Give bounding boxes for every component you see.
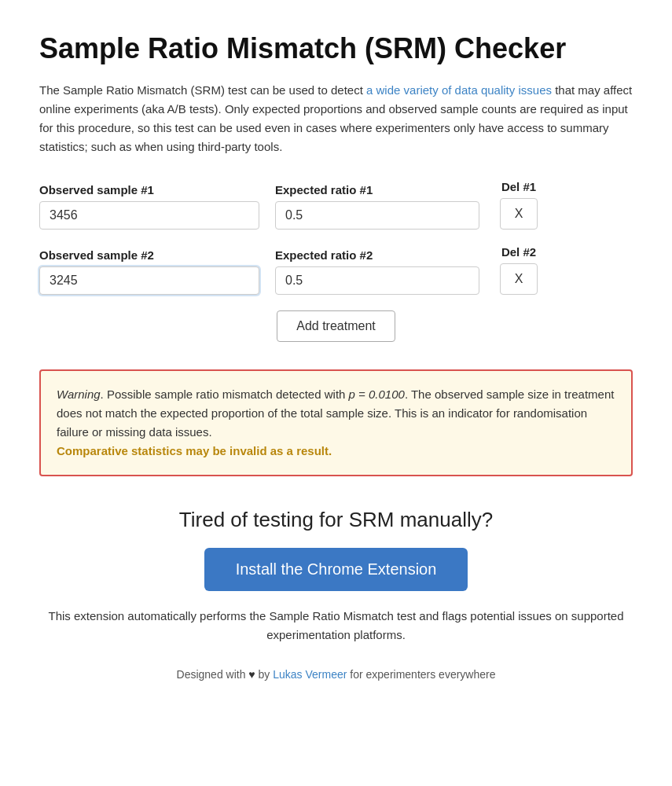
observed-sample-1-label: Observed sample #1 <box>39 183 259 196</box>
promo-description: This extension automatically performs th… <box>39 607 633 645</box>
page-title: Sample Ratio Mismatch (SRM) Checker <box>39 31 633 65</box>
del-1-group: Del #1 X <box>495 180 542 230</box>
warning-body-1: . Possible sample ratio mismatch detecte… <box>101 387 349 401</box>
footer-text: Designed with <box>177 668 246 681</box>
form-row-1: Observed sample #1 Expected ratio #1 Del… <box>39 180 633 230</box>
observed-sample-1-group: Observed sample #1 <box>39 183 259 230</box>
del-2-label: Del #2 <box>501 245 536 259</box>
chrome-extension-button[interactable]: Install the Chrome Extension <box>204 548 468 591</box>
observed-sample-2-input[interactable] <box>39 266 259 295</box>
footer-suffix: for experimenters everywhere <box>350 668 495 681</box>
expected-ratio-1-input[interactable] <box>275 201 479 230</box>
footer-by: by <box>259 668 270 681</box>
observed-sample-1-input[interactable] <box>39 201 259 230</box>
del-2-button[interactable]: X <box>500 263 538 295</box>
del-1-button[interactable]: X <box>500 198 538 230</box>
del-2-group: Del #2 X <box>495 245 542 295</box>
footer: Designed with ♥ by Lukas Vermeer for exp… <box>39 668 633 681</box>
author-link[interactable]: Lukas Vermeer <box>273 668 347 681</box>
expected-ratio-2-group: Expected ratio #2 <box>275 248 479 295</box>
warning-italic: Warning <box>57 387 101 401</box>
promo-title: Tired of testing for SRM manually? <box>39 508 633 532</box>
warning-p-value: p = 0.0100 <box>349 387 405 401</box>
promo-section: Tired of testing for SRM manually? Insta… <box>39 508 633 645</box>
observed-sample-2-label: Observed sample #2 <box>39 248 259 262</box>
description-link[interactable]: a wide variety of data quality issues <box>366 83 552 97</box>
observed-sample-2-group: Observed sample #2 <box>39 248 259 295</box>
expected-ratio-1-label: Expected ratio #1 <box>275 183 479 196</box>
page-description: The Sample Ratio Mismatch (SRM) test can… <box>39 81 633 156</box>
warning-strong: Comparative statistics may be invalid as… <box>57 444 332 457</box>
expected-ratio-1-group: Expected ratio #1 <box>275 183 479 230</box>
add-treatment-button[interactable]: Add treatment <box>277 310 395 342</box>
add-treatment-wrapper: Add treatment <box>39 310 633 342</box>
description-text-before-link: The Sample Ratio Mismatch (SRM) test can… <box>39 83 366 97</box>
heart-icon: ♥ <box>248 668 255 681</box>
warning-text: Warning. Possible sample ratio mismatch … <box>57 385 615 461</box>
srm-form: Observed sample #1 Expected ratio #1 Del… <box>39 180 633 342</box>
form-row-2: Observed sample #2 Expected ratio #2 Del… <box>39 245 633 295</box>
expected-ratio-2-label: Expected ratio #2 <box>275 248 479 262</box>
del-1-label: Del #1 <box>501 180 536 193</box>
warning-box: Warning. Possible sample ratio mismatch … <box>39 369 633 476</box>
expected-ratio-2-input[interactable] <box>275 266 479 295</box>
